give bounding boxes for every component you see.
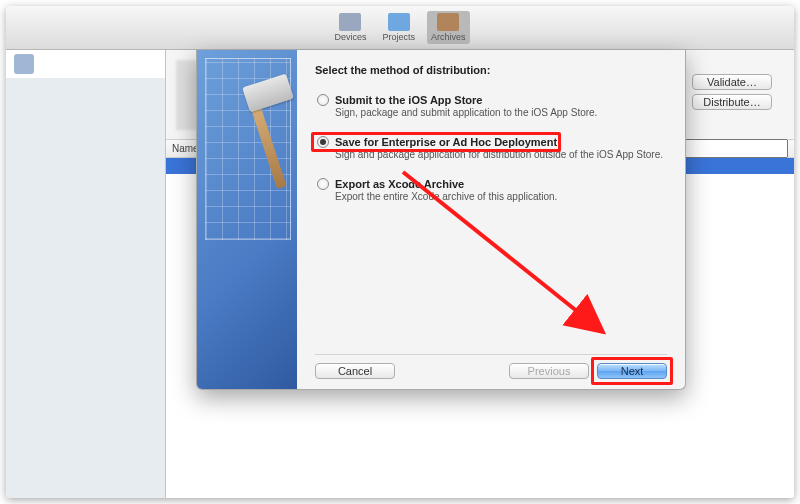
- toolbar: Devices Projects Archives: [6, 6, 794, 50]
- tab-devices[interactable]: Devices: [330, 11, 370, 44]
- sidebar: [6, 50, 166, 498]
- tab-label: Devices: [334, 32, 366, 42]
- organizer-window: Devices Projects Archives Name 🔍: [6, 6, 794, 498]
- option-enterprise-adhoc[interactable]: Save for Enterprise or Ad Hoc Deployment…: [315, 136, 667, 160]
- previous-button: Previous: [509, 363, 589, 379]
- right-actions: Validate… Distribute…: [692, 74, 772, 110]
- option-title: Export as Xcode Archive: [335, 178, 464, 190]
- projects-icon: [388, 13, 410, 31]
- sheet-footer: Cancel Previous Next: [315, 354, 667, 379]
- option-title: Save for Enterprise or Ad Hoc Deployment: [335, 136, 557, 148]
- validate-button[interactable]: Validate…: [692, 74, 772, 90]
- sheet-heading: Select the method of distribution:: [315, 64, 667, 76]
- radio-icon: [317, 178, 329, 190]
- sheet-artwork: [197, 50, 297, 389]
- option-export-archive[interactable]: Export as Xcode Archive Export the entir…: [315, 178, 667, 202]
- option-desc: Sign, package and submit application to …: [335, 107, 667, 118]
- tab-projects[interactable]: Projects: [378, 11, 419, 44]
- hammer-icon: [235, 80, 293, 190]
- column-name: Name: [172, 143, 199, 154]
- sheet-content: Select the method of distribution: Submi…: [297, 50, 685, 389]
- radio-icon: [317, 94, 329, 106]
- next-button[interactable]: Next: [597, 363, 667, 379]
- option-desc: Sign and package application for distrib…: [335, 149, 667, 160]
- option-title: Submit to the iOS App Store: [335, 94, 482, 106]
- cancel-button[interactable]: Cancel: [315, 363, 395, 379]
- tab-archives[interactable]: Archives: [427, 11, 470, 44]
- devices-icon: [339, 13, 361, 31]
- distribute-button[interactable]: Distribute…: [692, 94, 772, 110]
- tab-label: Archives: [431, 32, 466, 42]
- distribution-sheet: Select the method of distribution: Submi…: [196, 50, 686, 390]
- option-submit-appstore[interactable]: Submit to the iOS App Store Sign, packag…: [315, 94, 667, 118]
- option-desc: Export the entire Xcode archive of this …: [335, 191, 667, 202]
- radio-icon: [317, 136, 329, 148]
- app-icon: [14, 54, 34, 74]
- sidebar-item[interactable]: [6, 50, 165, 78]
- tab-label: Projects: [382, 32, 415, 42]
- archives-icon: [437, 13, 459, 31]
